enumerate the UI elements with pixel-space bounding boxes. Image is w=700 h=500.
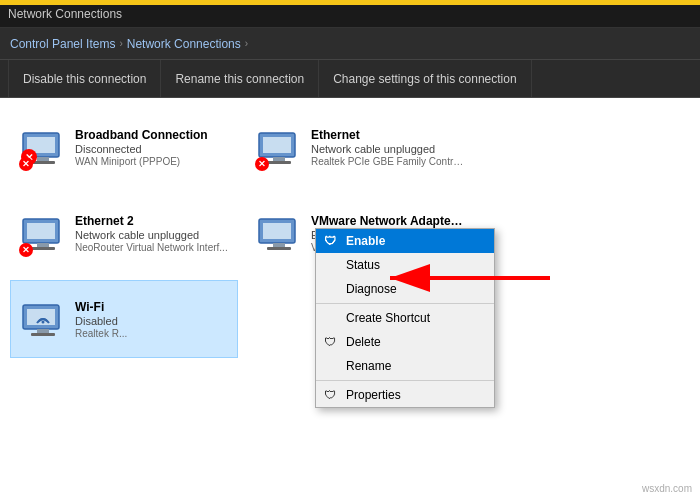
adapter-broadband-desc: WAN Miniport (PPPOE) [75,156,208,167]
toolbar-btn-disable[interactable]: Disable this connection [8,60,161,97]
adapter-wifi-status: Disabled [75,315,127,327]
adapter-wifi-desc: Realtek R... [75,328,127,339]
watermark: wsxdn.com [642,483,692,494]
context-menu-delete[interactable]: 🛡 Delete [316,330,494,354]
breadcrumb-control-panel[interactable]: Control Panel Items [10,37,115,51]
adapter-broadband-status: Disconnected [75,143,208,155]
title-bar-text: Network Connections [8,7,122,21]
svg-rect-2 [37,157,49,161]
context-menu-enable[interactable]: 🛡 Enable [316,229,494,253]
adapter-vmware-icon [255,209,303,257]
adapter-ethernet2-name: Ethernet 2 [75,214,228,228]
svg-rect-17 [27,309,55,325]
breadcrumb-network-connections[interactable]: Network Connections [127,37,241,51]
svg-rect-5 [263,137,291,153]
ethernet2-error-badge: ✕ [19,243,33,257]
svg-rect-7 [267,161,291,164]
ethernet-error-badge: ✕ [255,157,269,171]
svg-rect-19 [31,333,55,336]
adapter-wifi-info: Wi-Fi Disabled Realtek R... [75,300,127,339]
adapter-broadband-info: Broadband Connection Disconnected WAN Mi… [75,128,208,167]
adapter-wifi-icon [19,295,67,343]
breadcrumb-sep-2: › [245,38,248,49]
adapter-ethernet2-desc: NeoRouter Virtual Network Interf... [75,242,228,253]
breadcrumb-sep-1: › [119,38,122,49]
svg-rect-6 [273,157,285,161]
adapter-ethernet-info: Ethernet Network cable unplugged Realtek… [311,128,465,167]
svg-rect-9 [27,223,55,239]
context-menu: 🛡 Enable Status Diagnose Create Shortcut… [315,228,495,408]
content-area: ✕ ✕ Broadband Connection Disconnected WA… [0,98,700,500]
adapter-ethernet2-info: Ethernet 2 Network cable unplugged NeoRo… [75,214,228,253]
yellow-bar [0,0,700,5]
adapter-broadband-icon: ✕ ✕ [19,123,67,171]
svg-rect-11 [31,247,55,250]
shield-icon-enable: 🛡 [324,234,336,248]
context-menu-diagnose[interactable]: Diagnose [316,277,494,301]
breadcrumb-bar: Control Panel Items › Network Connection… [0,28,700,60]
toolbar: Disable this connection Rename this conn… [0,60,700,98]
shield-icon-properties: 🛡 [324,388,336,402]
broadband-error-badge: ✕ [19,157,33,171]
context-menu-sep-2 [316,380,494,381]
toolbar-btn-rename[interactable]: Rename this connection [161,60,319,97]
svg-point-20 [42,321,45,324]
adapter-broadband-name: Broadband Connection [75,128,208,142]
svg-rect-13 [263,223,291,239]
adapter-ethernet2-icon: ✕ [19,209,67,257]
adapter-ethernet2-status: Network cable unplugged [75,229,228,241]
adapter-ethernet2[interactable]: ✕ Ethernet 2 Network cable unplugged Neo… [10,194,238,272]
svg-rect-10 [37,243,49,247]
adapter-ethernet-desc: Realtek PCIe GBE Family Controller [311,156,465,167]
adapter-ethernet[interactable]: ✕ Ethernet Network cable unplugged Realt… [246,108,474,186]
svg-rect-14 [273,243,285,247]
context-menu-sep-1 [316,303,494,304]
context-menu-properties[interactable]: 🛡 Properties [316,383,494,407]
context-menu-shortcut[interactable]: Create Shortcut [316,306,494,330]
svg-rect-18 [37,329,49,333]
adapter-wifi[interactable]: Wi-Fi Disabled Realtek R... [10,280,238,358]
adapter-vmware-name: VMware Network Adapter VMnet8 [311,214,465,228]
svg-rect-15 [267,247,291,250]
adapter-ethernet-name: Ethernet [311,128,465,142]
toolbar-btn-change[interactable]: Change settings of this connection [319,60,531,97]
breadcrumb-text: Control Panel Items › Network Connection… [10,37,248,51]
adapter-ethernet-icon: ✕ [255,123,303,171]
adapter-ethernet-status: Network cable unplugged [311,143,465,155]
adapter-wifi-name: Wi-Fi [75,300,127,314]
context-menu-rename[interactable]: Rename [316,354,494,378]
context-menu-status[interactable]: Status [316,253,494,277]
shield-icon-delete: 🛡 [324,335,336,349]
adapter-broadband[interactable]: ✕ ✕ Broadband Connection Disconnected WA… [10,108,238,186]
